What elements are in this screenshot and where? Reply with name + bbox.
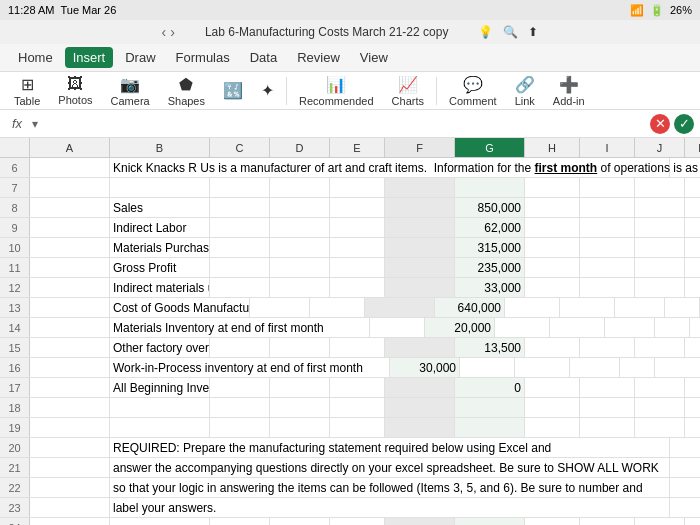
cell-23-wide[interactable]: label your answers. [110,498,670,517]
col-header-i[interactable]: I [580,138,635,157]
cell-23-a[interactable] [30,498,110,517]
cell-7-i[interactable] [580,178,635,197]
cell-6-a[interactable] [30,158,110,177]
cell-9-h[interactable] [525,218,580,237]
cell-15-b[interactable]: Other factory overhead [110,338,210,357]
menu-draw[interactable]: Draw [117,47,163,68]
cell-10-k[interactable] [685,238,700,257]
cell-16-j[interactable] [570,358,620,377]
cell-11-g[interactable]: 235,000 [455,258,525,277]
cell-15-k[interactable] [685,338,700,357]
cell-10-f[interactable] [385,238,455,257]
cell-13-e[interactable] [310,298,365,317]
toolbar-link[interactable]: 🔗 Link [507,72,543,110]
cell-15-a[interactable] [30,338,110,357]
cell-10-c[interactable] [210,238,270,257]
cell-15-c[interactable] [210,338,270,357]
cell-15-j[interactable] [635,338,685,357]
cell-18-c[interactable] [210,398,270,417]
toolbar-extra[interactable]: ✦ [253,78,282,103]
cell-24-c[interactable] [210,518,270,525]
cell-9-e[interactable] [330,218,385,237]
cell-18-h[interactable] [525,398,580,417]
cell-18-a[interactable] [30,398,110,417]
cell-13-a[interactable] [30,298,110,317]
cell-16-h[interactable] [460,358,515,377]
cell-8-g[interactable]: 850,000 [455,198,525,217]
cell-18-i[interactable] [580,398,635,417]
cell-24-b[interactable] [110,518,210,525]
cell-22-wide[interactable]: so that your logic in answering the item… [110,478,670,497]
cell-7-g[interactable] [455,178,525,197]
cell-17-f[interactable] [385,378,455,397]
cell-24-i[interactable] [580,518,635,525]
cell-21-a[interactable] [30,458,110,477]
forward-arrow[interactable]: › [170,24,175,40]
cell-16-i[interactable] [515,358,570,377]
cell-11-f[interactable] [385,258,455,277]
cell-9-a[interactable] [30,218,110,237]
cell-7-b[interactable] [110,178,210,197]
toolbar-camera[interactable]: 📷 Camera [103,72,158,110]
cell-19-i[interactable] [580,418,635,437]
cell-8-i[interactable] [580,198,635,217]
toolbar-table[interactable]: ⊞ Table [6,72,48,110]
col-header-j[interactable]: J [635,138,685,157]
cell-9-f[interactable] [385,218,455,237]
cell-17-h[interactable] [525,378,580,397]
col-header-d[interactable]: D [270,138,330,157]
cell-16-k[interactable] [620,358,655,377]
cell-15-e[interactable] [330,338,385,357]
cell-18-e[interactable] [330,398,385,417]
cell-13-d[interactable] [250,298,310,317]
cell-18-j[interactable] [635,398,685,417]
cell-19-c[interactable] [210,418,270,437]
cell-12-b[interactable]: Indirect materials used [110,278,210,297]
col-header-a[interactable]: A [30,138,110,157]
toolbar-photos[interactable]: 🖼 Photos [50,72,100,109]
cell-19-d[interactable] [270,418,330,437]
cell-11-e[interactable] [330,258,385,277]
cell-18-d[interactable] [270,398,330,417]
cell-18-g[interactable] [455,398,525,417]
cell-10-i[interactable] [580,238,635,257]
cell-24-e[interactable] [330,518,385,525]
cell-11-j[interactable] [635,258,685,277]
menu-formulas[interactable]: Formulas [168,47,238,68]
cell-10-d[interactable] [270,238,330,257]
cell-19-a[interactable] [30,418,110,437]
cell-15-h[interactable] [525,338,580,357]
menu-view[interactable]: View [352,47,396,68]
cell-24-g[interactable] [455,518,525,525]
cell-17-c[interactable] [210,378,270,397]
cell-15-g[interactable]: 13,500 [455,338,525,357]
cell-24-a[interactable] [30,518,110,525]
cell-19-j[interactable] [635,418,685,437]
cell-14-g[interactable]: 20,000 [425,318,495,337]
search-icon[interactable]: 🔍 [503,25,518,39]
toolbar-comment[interactable]: 💬 Comment [441,72,505,110]
back-arrow[interactable]: ‹ [162,24,167,40]
cell-17-e[interactable] [330,378,385,397]
cell-14-h[interactable] [495,318,550,337]
cell-19-h[interactable] [525,418,580,437]
cell-9-g[interactable]: 62,000 [455,218,525,237]
cell-10-e[interactable] [330,238,385,257]
cell-17-g[interactable]: 0 [455,378,525,397]
cell-22-a[interactable] [30,478,110,497]
cell-12-j[interactable] [635,278,685,297]
cell-20-wide[interactable]: REQUIRED: Prepare the manufacturing stat… [110,438,670,457]
cell-8-f[interactable] [385,198,455,217]
cell-18-b[interactable] [110,398,210,417]
cell-13-g[interactable]: 640,000 [435,298,505,317]
cell-21-wide[interactable]: answer the accompanying questions direct… [110,458,670,477]
cell-24-k[interactable] [685,518,700,525]
cell-10-b[interactable]: Materials Purchased [110,238,210,257]
cell-12-h[interactable] [525,278,580,297]
cell-7-d[interactable] [270,178,330,197]
cell-11-k[interactable] [685,258,700,277]
cell-17-a[interactable] [30,378,110,397]
cell-7-e[interactable] [330,178,385,197]
cell-13-j[interactable] [615,298,665,317]
cell-17-k[interactable] [685,378,700,397]
